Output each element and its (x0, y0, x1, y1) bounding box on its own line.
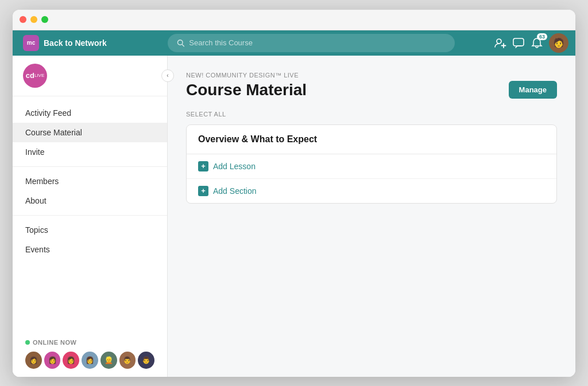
user-avatar[interactable]: 🧑 (549, 33, 568, 53)
sidebar-item-about[interactable]: About (13, 191, 167, 210)
online-avatar-4: 👩 (82, 352, 98, 369)
page-title-row: Course Material Manage (186, 81, 557, 99)
content-area: NEW! COMMUNITY DESIGN™ LIVE Course Mater… (168, 56, 575, 377)
collapse-sidebar-btn[interactable]: ‹ (161, 69, 174, 82)
sidebar-item-course-material[interactable]: Course Material (13, 123, 167, 142)
course-card: Overview & What to Expect + Add Lesson +… (186, 124, 557, 204)
maximize-dot[interactable] (41, 16, 48, 23)
online-dot (25, 340, 30, 345)
sidebar-nav: Activity Feed Course Material Invite Mem… (13, 96, 167, 266)
nav-divider-2 (13, 215, 167, 216)
close-dot[interactable] (20, 16, 26, 23)
add-user-icon[interactable] (494, 37, 506, 49)
online-section: ONLINE NOW 👩 👩 👩 👩 👱 👨 👨 (13, 331, 167, 377)
sidebar-item-topics[interactable]: Topics (13, 220, 167, 240)
search-icon (177, 39, 184, 47)
minimize-dot[interactable] (30, 16, 37, 23)
avatars-row: 👩 👩 👩 👩 👱 👨 👨 (25, 352, 154, 369)
page-title: Course Material (186, 81, 307, 99)
online-avatar-2: 👩 (44, 352, 61, 369)
manage-button[interactable]: Manage (509, 81, 557, 99)
sidebar-logo: cdLIVE (23, 64, 47, 88)
online-label: ONLINE NOW (25, 339, 154, 346)
svg-rect-5 (513, 38, 524, 46)
select-all-row: SELECT ALL (186, 111, 557, 118)
svg-line-1 (182, 44, 184, 46)
content-subtitle: NEW! COMMUNITY DESIGN™ LIVE (186, 72, 557, 79)
notifications-icon[interactable]: 63 (531, 37, 543, 49)
back-to-network-btn[interactable]: mc Back to Network (13, 30, 168, 56)
add-lesson-icon: + (198, 161, 208, 171)
add-section-row[interactable]: + Add Section (187, 179, 556, 203)
search-input[interactable] (189, 38, 446, 47)
main-layout: cdLIVE ‹ Activity Feed Course Material I… (13, 56, 575, 377)
sidebar-logo-row: cdLIVE ‹ (13, 56, 167, 96)
online-avatar-3: 👩 (63, 352, 79, 369)
section-header: Overview & What to Expect (187, 125, 556, 154)
add-lesson-row[interactable]: + Add Lesson (187, 154, 556, 179)
online-avatar-6: 👨 (119, 352, 136, 369)
header-icons: 63 🧑 (494, 33, 568, 53)
add-section-icon: + (198, 186, 208, 196)
back-logo: mc (23, 35, 39, 51)
top-header: mc Back to Network (13, 30, 575, 56)
nav-divider-1 (13, 166, 167, 167)
sidebar-item-invite[interactable]: Invite (13, 142, 167, 162)
search-bar (168, 34, 455, 52)
notification-badge: 63 (537, 33, 547, 40)
online-avatar-7: 👨 (138, 352, 154, 369)
sidebar-item-activity-feed[interactable]: Activity Feed (13, 103, 167, 123)
title-bar (13, 10, 575, 30)
sidebar-item-events[interactable]: Events (13, 240, 167, 259)
online-avatar-1: 👩 (25, 352, 42, 369)
sidebar-item-members[interactable]: Members (13, 171, 167, 191)
header-right: 63 🧑 (168, 33, 575, 53)
svg-point-2 (497, 39, 501, 44)
chat-icon[interactable] (512, 37, 525, 49)
sidebar: cdLIVE ‹ Activity Feed Course Material I… (13, 56, 168, 377)
app-window: mc Back to Network (13, 10, 575, 377)
online-avatar-5: 👱 (100, 352, 117, 369)
